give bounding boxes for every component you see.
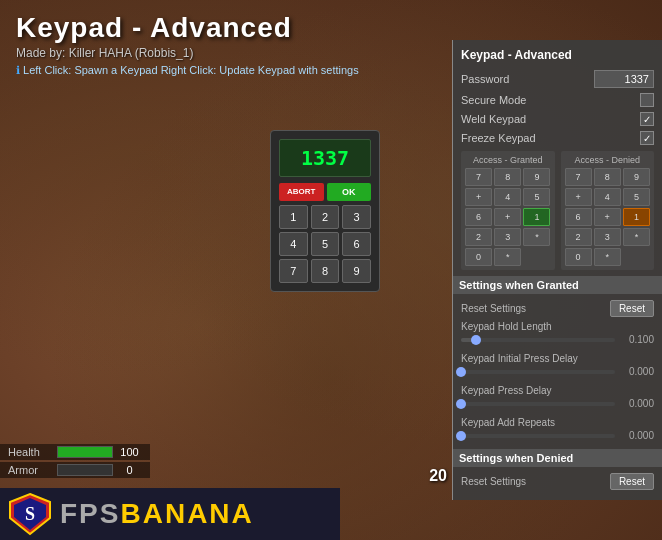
- press-delay-slider-container: 0.000: [461, 398, 654, 409]
- ag-btn-star2[interactable]: *: [494, 248, 521, 266]
- ag-btn-1[interactable]: 1: [523, 208, 550, 226]
- access-denied-box: Access - Denied 7 8 9 + 4 5 6 + 1 2 3 * …: [561, 151, 655, 270]
- keypad-numpad: 1 2 3 4 5 6 7 8 9: [279, 205, 371, 283]
- password-row: Password: [461, 70, 654, 88]
- ag-btn-4[interactable]: 4: [494, 188, 521, 206]
- app-subtitle: Made by: Killer HAHA (Robbis_1): [16, 46, 414, 60]
- keypad-widget: 1337 ABORT OK 1 2 3 4 5 6 7 8 9: [270, 130, 380, 292]
- reset-granted-row: Reset Settings Reset: [461, 300, 654, 317]
- reset-denied-button[interactable]: Reset: [610, 473, 654, 490]
- ad-btn-star2[interactable]: *: [594, 248, 621, 266]
- keypad-action-row: ABORT OK: [279, 183, 371, 201]
- num-btn-4[interactable]: 4: [279, 232, 308, 256]
- secure-mode-row: Secure Mode: [461, 93, 654, 107]
- access-section: Access - Granted 7 8 9 + 4 5 6 + 1 2 3 *…: [461, 151, 654, 270]
- initial-delay-slider-container: 0.000: [461, 366, 654, 377]
- reset-granted-label: Reset Settings: [461, 303, 606, 314]
- ag-btn-5[interactable]: 5: [523, 188, 550, 206]
- hold-length-track[interactable]: [461, 338, 615, 342]
- keypad-display: 1337: [279, 139, 371, 177]
- logo-text: FPSBANANA: [60, 498, 254, 530]
- freeze-keypad-label: Freeze Keypad: [461, 132, 636, 144]
- health-fill: [58, 447, 112, 457]
- initial-delay-track[interactable]: [461, 370, 615, 374]
- access-granted-box: Access - Granted 7 8 9 + 4 5 6 + 1 2 3 *…: [461, 151, 555, 270]
- ag-btn-star1[interactable]: *: [523, 228, 550, 246]
- fps-text: FPS: [60, 498, 120, 529]
- armor-value: 0: [117, 464, 142, 476]
- ad-btn-plus2[interactable]: +: [594, 208, 621, 226]
- add-repeats-row: Keypad Add Repeats 0.000: [461, 417, 654, 441]
- press-delay-value: 0.000: [619, 398, 654, 409]
- weld-keypad-checkbox[interactable]: ✓: [640, 112, 654, 126]
- settings-denied-header: Settings when Denied: [453, 449, 662, 467]
- reset-denied-label: Reset Settings: [461, 476, 606, 487]
- hold-length-slider-container: 0.100: [461, 334, 654, 345]
- ad-btn-2[interactable]: 2: [565, 228, 592, 246]
- access-denied-grid: 7 8 9 + 4 5 6 + 1 2 3 * 0 *: [565, 168, 651, 266]
- ad-btn-9[interactable]: 9: [623, 168, 650, 186]
- weld-keypad-label: Weld Keypad: [461, 113, 636, 125]
- num-btn-5[interactable]: 5: [311, 232, 340, 256]
- access-denied-title: Access - Denied: [565, 155, 651, 165]
- num-btn-1[interactable]: 1: [279, 205, 308, 229]
- health-bar-container: Health 100: [0, 444, 150, 460]
- press-delay-label: Keypad Press Delay: [461, 385, 654, 396]
- ad-btn-6[interactable]: 6: [565, 208, 592, 226]
- ad-btn-0[interactable]: 0: [565, 248, 592, 266]
- svg-text:S: S: [25, 504, 35, 524]
- secure-mode-label: Secure Mode: [461, 94, 636, 106]
- settings-granted-header: Settings when Granted: [453, 276, 662, 294]
- logo-icon: S: [6, 490, 54, 538]
- ad-btn-plus1[interactable]: +: [565, 188, 592, 206]
- ad-btn-4[interactable]: 4: [594, 188, 621, 206]
- ag-btn-plus2[interactable]: +: [494, 208, 521, 226]
- num-btn-7[interactable]: 7: [279, 259, 308, 283]
- reset-granted-button[interactable]: Reset: [610, 300, 654, 317]
- map-number: 20: [429, 467, 447, 485]
- ag-btn-0[interactable]: 0: [465, 248, 492, 266]
- freeze-keypad-row: Freeze Keypad ✓: [461, 131, 654, 145]
- ag-btn-2[interactable]: 2: [465, 228, 492, 246]
- hud-bottom: Health 100 Armor 0: [0, 444, 150, 480]
- ad-btn-5[interactable]: 5: [623, 188, 650, 206]
- ad-btn-3[interactable]: 3: [594, 228, 621, 246]
- header: Keypad - Advanced Made by: Killer HAHA (…: [0, 0, 430, 83]
- num-btn-8[interactable]: 8: [311, 259, 340, 283]
- num-btn-3[interactable]: 3: [342, 205, 371, 229]
- panel-title: Keypad - Advanced: [461, 48, 654, 62]
- ad-btn-star1[interactable]: *: [623, 228, 650, 246]
- ag-btn-9[interactable]: 9: [523, 168, 550, 186]
- armor-track: [57, 464, 113, 476]
- logo-bar: S FPSBANANA: [0, 488, 340, 540]
- add-repeats-track[interactable]: [461, 434, 615, 438]
- hold-length-row: Keypad Hold Length 0.100: [461, 321, 654, 345]
- password-input[interactable]: [594, 70, 654, 88]
- ag-btn-7[interactable]: 7: [465, 168, 492, 186]
- initial-delay-label: Keypad Initial Press Delay: [461, 353, 654, 364]
- app-hint: Left Click: Spawn a Keypad Right Click: …: [16, 64, 414, 77]
- hold-length-label: Keypad Hold Length: [461, 321, 654, 332]
- freeze-keypad-checkbox[interactable]: ✓: [640, 131, 654, 145]
- ad-btn-7[interactable]: 7: [565, 168, 592, 186]
- ag-btn-6[interactable]: 6: [465, 208, 492, 226]
- ag-btn-8[interactable]: 8: [494, 168, 521, 186]
- health-track: [57, 446, 113, 458]
- num-btn-6[interactable]: 6: [342, 232, 371, 256]
- num-btn-2[interactable]: 2: [311, 205, 340, 229]
- initial-delay-row: Keypad Initial Press Delay 0.000: [461, 353, 654, 377]
- hold-length-value: 0.100: [619, 334, 654, 345]
- ad-btn-8[interactable]: 8: [594, 168, 621, 186]
- add-repeats-slider-container: 0.000: [461, 430, 654, 441]
- num-btn-9[interactable]: 9: [342, 259, 371, 283]
- abort-button[interactable]: ABORT: [279, 183, 324, 201]
- ad-btn-1[interactable]: 1: [623, 208, 650, 226]
- armor-bar-container: Armor 0: [0, 462, 150, 478]
- ok-button[interactable]: OK: [327, 183, 372, 201]
- press-delay-track[interactable]: [461, 402, 615, 406]
- ag-btn-plus1[interactable]: +: [465, 188, 492, 206]
- secure-mode-checkbox[interactable]: [640, 93, 654, 107]
- reset-denied-row: Reset Settings Reset: [461, 473, 654, 490]
- ag-btn-3[interactable]: 3: [494, 228, 521, 246]
- press-delay-row: Keypad Press Delay 0.000: [461, 385, 654, 409]
